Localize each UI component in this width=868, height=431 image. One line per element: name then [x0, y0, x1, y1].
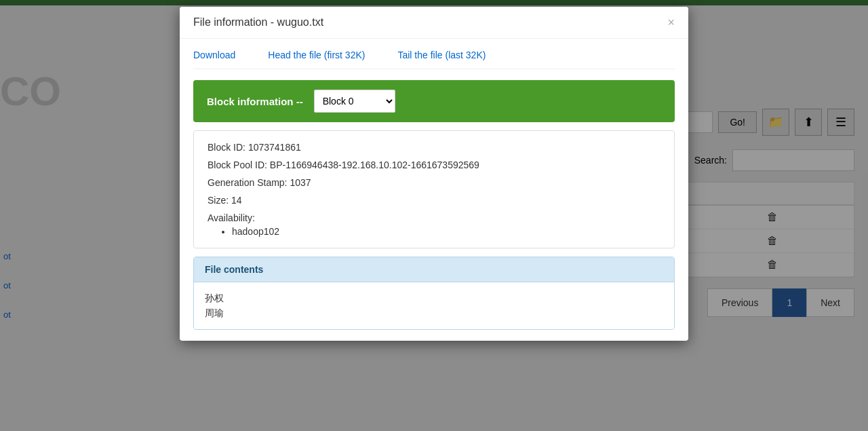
block-id-line: Block ID: 1073741861 — [208, 142, 660, 153]
generation-stamp-line: Generation Stamp: 1037 — [208, 177, 660, 188]
block-select[interactable]: Block 0 — [314, 90, 395, 113]
modal-title: File information - wuguo.txt — [193, 16, 323, 29]
block-pool-id-line: Block Pool ID: BP-1166946438-192.168.10.… — [208, 160, 660, 170]
availability-node-1: hadoop102 — [232, 226, 660, 237]
tail-file-link[interactable]: Tail the file (last 32K) — [397, 50, 486, 60]
file-contents-section: File contents 孙权 周瑜 — [193, 257, 675, 330]
modal-body: Download Head the file (first 32K) Tail … — [180, 39, 688, 341]
block-info-section: Block information -- Block 0 — [193, 80, 675, 122]
modal-close-button[interactable]: × — [667, 16, 675, 29]
download-link[interactable]: Download — [193, 50, 235, 60]
file-contents-header: File contents — [194, 257, 674, 282]
availability-list: hadoop102 — [221, 226, 660, 237]
modal-overlay: File information - wuguo.txt × Download … — [0, 0, 868, 431]
availability-line: Availability: hadoop102 — [208, 212, 660, 237]
block-details: Block ID: 1073741861 Block Pool ID: BP-1… — [193, 130, 675, 248]
file-contents-body: 孙权 周瑜 — [194, 282, 674, 329]
availability-label: Availability: — [208, 212, 255, 223]
file-info-modal: File information - wuguo.txt × Download … — [180, 7, 688, 341]
size-line: Size: 14 — [208, 195, 660, 206]
file-content-line-2: 周瑜 — [205, 305, 663, 320]
head-file-link[interactable]: Head the file (first 32K) — [268, 50, 365, 60]
file-content-line-1: 孙权 — [205, 291, 663, 305]
modal-links-row: Download Head the file (first 32K) Tail … — [193, 50, 675, 69]
modal-header: File information - wuguo.txt × — [180, 7, 688, 39]
block-info-label: Block information -- — [207, 96, 303, 107]
